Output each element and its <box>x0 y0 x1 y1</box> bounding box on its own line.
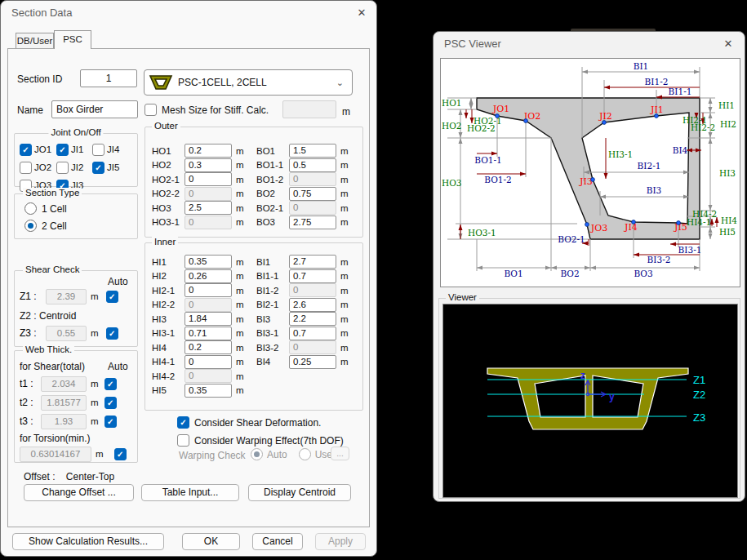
field-unit: m <box>340 203 349 213</box>
dim-label: BI2-1 <box>638 161 661 171</box>
consider-shear-checkbox[interactable]: ✓ <box>177 416 189 429</box>
mesh-size-input[interactable] <box>282 100 336 118</box>
field-row: HI4-2 0 m <box>152 369 244 384</box>
field-input[interactable]: 0.71 <box>185 327 232 340</box>
change-offset-button[interactable]: Change Offset ... <box>24 484 134 501</box>
field-input[interactable]: 1.5 <box>289 144 336 158</box>
joint-checkbox-item[interactable]: ✓ JI2 <box>56 158 92 176</box>
field-row: BI1-2 0 m <box>256 283 349 298</box>
radio-icon[interactable] <box>24 220 37 232</box>
t-input[interactable]: 1.93 <box>41 414 87 429</box>
t-label: t3 : <box>20 416 41 427</box>
field-input[interactable]: 2.6 <box>289 298 336 312</box>
field-input[interactable]: 0 <box>185 283 232 297</box>
field-input[interactable]: 0 <box>185 172 232 186</box>
warping-option[interactable]: Auto <box>251 448 287 460</box>
field-input[interactable]: 2.2 <box>289 312 336 326</box>
section-id-input[interactable] <box>80 69 137 87</box>
field-input[interactable]: 0 <box>185 216 232 229</box>
field-row: HI2 0.26 m <box>152 269 244 284</box>
field-unit: m <box>340 189 349 198</box>
field-input[interactable]: 1.84 <box>185 312 232 326</box>
t-auto-checkbox[interactable]: ✓ <box>104 397 117 409</box>
consider-warping-checkbox[interactable]: ✓ <box>177 434 189 447</box>
table-input-button[interactable]: Table Input... <box>141 484 239 501</box>
field-input[interactable]: 0.3 <box>185 158 232 172</box>
joint-checkbox-item[interactable]: ✓ JO1 <box>20 140 56 158</box>
dim-label: BO2 <box>560 269 579 278</box>
field-input[interactable]: 0 <box>185 369 232 383</box>
radio-icon[interactable] <box>251 448 263 460</box>
outer-title: Outer <box>152 121 180 131</box>
field-input[interactable]: 0 <box>185 355 232 369</box>
field-input[interactable]: 0.26 <box>185 269 232 283</box>
mesh-size-checkbox[interactable]: ✓ <box>145 104 157 116</box>
radio-icon[interactable] <box>24 202 37 215</box>
joint-checkbox[interactable]: ✓ <box>92 162 104 174</box>
t-unit: m <box>91 379 99 389</box>
section-type-combobox[interactable]: PSC-1CELL, 2CELL ⌄ <box>144 69 353 96</box>
field-input[interactable]: 0 <box>289 201 336 215</box>
field-row: BI1-1 0.7 m <box>256 269 349 284</box>
z1-input[interactable]: 2.39 <box>46 289 87 304</box>
joint-checkbox[interactable]: ✓ <box>20 162 32 174</box>
joint-checkbox-item[interactable]: ✓ JI1 <box>56 140 92 158</box>
dialog-titlebar[interactable]: Section Data ✕ <box>1 1 376 25</box>
field-input[interactable]: 0.25 <box>289 355 336 369</box>
z3-input[interactable]: 0.55 <box>46 326 87 341</box>
t-auto-checkbox[interactable]: ✓ <box>104 416 117 428</box>
display-centroid-button[interactable]: Display Centroid <box>248 484 351 501</box>
torsion-auto-checkbox[interactable]: ✓ <box>114 448 127 460</box>
ok-button[interactable]: OK <box>182 533 240 550</box>
dim-label: JI2 <box>598 111 612 122</box>
shear-check-group: Shear Check Auto Z1 : 2.39 m ✓ Z2 : Cent… <box>14 270 138 347</box>
field-input[interactable]: 0.35 <box>185 384 232 398</box>
field-input[interactable]: 0.7 <box>289 269 336 283</box>
viewer-titlebar[interactable]: PSC Viewer ✕ <box>434 32 745 56</box>
close-icon[interactable]: ✕ <box>720 37 736 51</box>
z3-auto-checkbox[interactable]: ✓ <box>106 327 118 340</box>
field-input[interactable]: 0.5 <box>289 158 336 172</box>
tab-db-user[interactable]: DB/User <box>16 33 54 48</box>
field-input[interactable]: 0 <box>289 340 336 354</box>
apply-button[interactable]: Apply <box>315 533 366 550</box>
field-input[interactable]: 0 <box>185 298 232 312</box>
field-row: HO3 2.5 m <box>152 201 244 216</box>
section-type-option[interactable]: 1 Cell <box>24 202 67 215</box>
field-input[interactable]: 0.35 <box>185 255 232 269</box>
joint-checkbox[interactable]: ✓ <box>56 162 69 174</box>
field-input[interactable]: 0.7 <box>289 327 336 340</box>
dim-label: BI4 <box>673 145 688 155</box>
cancel-button[interactable]: Cancel <box>252 533 303 550</box>
section-type-option[interactable]: 2 Cell <box>24 220 67 232</box>
field-input[interactable]: 0.2 <box>185 144 232 158</box>
field-input[interactable]: 0.2 <box>185 340 232 354</box>
name-input[interactable] <box>51 100 138 118</box>
radio-icon[interactable] <box>299 448 311 460</box>
warping-more-button[interactable]: ... <box>331 447 349 460</box>
z1-auto-checkbox[interactable]: ✓ <box>106 291 118 303</box>
close-icon[interactable]: ✕ <box>353 6 370 20</box>
joint-checkbox-item[interactable]: ✓ JI5 <box>92 158 130 176</box>
t-input[interactable]: 1.81577 <box>41 395 87 411</box>
joint-checkbox[interactable]: ✓ <box>20 144 32 156</box>
t-input[interactable]: 2.034 <box>41 376 87 392</box>
show-calculation-results-button[interactable]: Show Calculation Results... <box>12 533 164 550</box>
field-input[interactable]: 0.75 <box>289 187 336 201</box>
field-row: HI5 0.35 m <box>152 384 244 398</box>
field-input[interactable]: 0 <box>185 187 232 201</box>
joint-checkbox-item[interactable]: ✓ JO2 <box>20 158 56 176</box>
dim-label: HO3 <box>442 178 461 188</box>
torsion-input[interactable]: 0.63014167 <box>20 447 91 462</box>
field-input[interactable]: 0 <box>289 172 336 186</box>
field-input[interactable]: 2.75 <box>289 216 336 229</box>
tab-psc[interactable]: PSC <box>54 30 91 49</box>
field-input[interactable]: 0 <box>289 283 336 297</box>
field-input[interactable]: 2.5 <box>185 201 232 215</box>
field-input[interactable]: 2.7 <box>289 255 336 269</box>
t-auto-checkbox[interactable]: ✓ <box>104 378 117 390</box>
joint-checkbox[interactable]: ✓ <box>56 144 69 156</box>
joint-checkbox[interactable]: ✓ <box>92 144 104 156</box>
field-row: BI3 2.2 m <box>256 312 349 327</box>
joint-checkbox-item[interactable]: ✓ JI4 <box>92 140 130 158</box>
